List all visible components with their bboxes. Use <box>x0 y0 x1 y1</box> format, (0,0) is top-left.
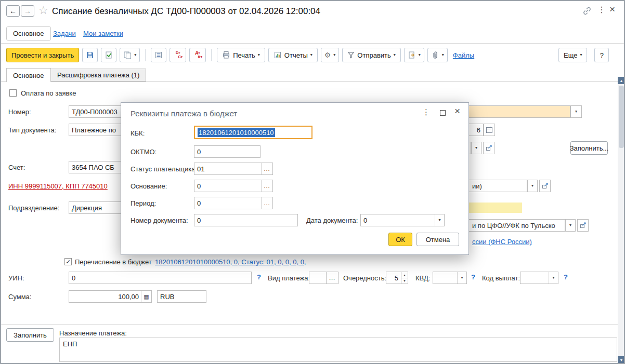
uin-help-icon[interactable]: ? <box>257 273 261 281</box>
app-window: ← → ☆ Списание безналичных ДС ТД00-П0000… <box>0 0 625 364</box>
priority-label: Очередность: <box>343 274 386 282</box>
funnel-icon <box>347 51 355 59</box>
counterparty-dropdown-button[interactable]: ▾ <box>570 105 582 118</box>
register-records-button[interactable] <box>151 48 166 62</box>
inn-kpp-link[interactable]: ИНН 9999115007, КПП 7745010 <box>8 182 108 190</box>
calculator-button[interactable]: ▦ <box>141 291 151 302</box>
copy-button[interactable]: ▾ <box>120 48 140 62</box>
chevron-down-icon: ▾ <box>394 53 396 57</box>
payout-code-label: Код выплат: <box>482 274 520 282</box>
oktmo-field[interactable]: 0 <box>194 145 261 158</box>
files-link[interactable]: Файлы <box>453 51 474 59</box>
scroll-down-button[interactable]: ▼ <box>618 356 625 363</box>
chevron-down-icon: ▾ <box>569 223 571 227</box>
kbk-selected-value: 18201061201010000510 <box>198 128 275 137</box>
kvd-help-icon[interactable]: ? <box>471 273 475 281</box>
budget-details-link[interactable]: 18201061201010000510, 0, Статус: 01, 0, … <box>155 258 306 266</box>
get-link-icon[interactable] <box>582 6 592 16</box>
organization-dropdown-button[interactable]: ▾ <box>527 180 538 192</box>
payout-code-dropdown-button[interactable]: ▾ <box>549 272 558 284</box>
dr-cr-movements-button[interactable]: DrCr <box>170 48 186 62</box>
recipient-dropdown-button[interactable]: ▾ <box>565 219 576 232</box>
calendar-button[interactable] <box>484 124 495 136</box>
payment-kind-field[interactable] <box>309 272 327 284</box>
cancel-button[interactable]: Отмена <box>416 233 459 246</box>
budget-transfer-checkbox[interactable]: ✓ <box>64 258 72 265</box>
kbk-label: КБК: <box>131 129 145 137</box>
kvd-dropdown-button[interactable]: ▾ <box>457 272 466 284</box>
send-document-button[interactable]: ▾ <box>404 48 424 62</box>
recipient-open-button[interactable] <box>577 219 589 232</box>
uin-field[interactable]: 0 <box>69 272 252 284</box>
reports-button[interactable]: Отчеты ▾ <box>268 48 318 62</box>
dialog-menu-icon[interactable]: ⋮ <box>422 107 430 117</box>
doc-date-dropdown-button[interactable]: ▾ <box>435 214 444 226</box>
titlebar-menu-icon[interactable]: ⋮ <box>597 5 606 15</box>
purpose-textarea[interactable]: ЕНП <box>59 338 617 362</box>
amount-field[interactable]: 100,00 ▦ <box>69 290 152 303</box>
dialog-maximize-icon[interactable] <box>440 110 446 116</box>
payout-code-help-icon[interactable]: ? <box>564 273 568 281</box>
send-button[interactable]: Отправить ▾ <box>342 48 400 62</box>
payment-kind-select-button[interactable]: ... <box>326 272 338 284</box>
fill-right-button[interactable]: Заполнить... <box>570 141 608 155</box>
post-document-icon <box>105 51 113 59</box>
save-button[interactable] <box>82 48 98 62</box>
dt-kt-movements-button[interactable]: ДтКт <box>189 48 206 62</box>
kbk-field[interactable]: 18201061201010000510 <box>194 126 312 139</box>
scrollbar-thumb[interactable] <box>619 86 624 148</box>
fill-purpose-button[interactable]: Заполнить <box>6 328 54 342</box>
settings-button[interactable]: ⚙ ▾ <box>321 48 340 62</box>
chevron-down-icon: ▾ <box>461 276 463 280</box>
tab-payment-breakdown[interactable]: Расшифровка платежа (1) <box>50 69 146 82</box>
print-button[interactable]: Печать ▾ <box>217 48 265 62</box>
payment-kind-label: Вид платежа: <box>268 274 310 282</box>
organization-open-button[interactable] <box>539 180 551 192</box>
nav-item-tasks[interactable]: Задачи <box>53 30 76 37</box>
priority-spinner[interactable]: ▴ ▾ <box>401 272 408 284</box>
recipient-field-text: и по ЦФО//УФК по Тульско <box>472 222 555 230</box>
chevron-down-icon: ▾ <box>310 53 312 57</box>
dr-cr-icon: DrCr <box>173 51 183 59</box>
open-item-icon <box>541 182 549 190</box>
favorite-star-icon[interactable]: ☆ <box>38 4 48 17</box>
fns-link[interactable]: ссии (ФНС России) <box>472 238 532 246</box>
payout-code-field[interactable]: ▾ <box>520 272 558 284</box>
budget-payment-dialog: Реквизиты платежа в бюджет ⋮ × КБК: 1820… <box>121 102 469 255</box>
contract-open-button[interactable] <box>483 142 494 154</box>
forward-icon: → <box>24 7 31 15</box>
more-button[interactable]: Еще ▾ <box>558 48 587 62</box>
scroll-up-button[interactable]: ▲ <box>618 77 625 84</box>
window-close-icon[interactable]: × <box>609 4 615 15</box>
forward-button[interactable]: → <box>21 5 34 17</box>
dialog-close-icon[interactable]: × <box>454 105 460 117</box>
payer-status-field[interactable]: 01 ... <box>194 163 273 175</box>
doc-number-field[interactable]: 0 <box>194 214 298 226</box>
currency-field[interactable]: RUB <box>157 290 206 303</box>
basis-field[interactable]: 0 ... <box>194 180 273 192</box>
doc-type-label: Тип документа: <box>8 126 56 134</box>
doc-date-field[interactable]: 0 ▾ <box>360 214 445 226</box>
ok-button[interactable]: ОК <box>388 233 412 246</box>
chevron-down-icon: ▾ <box>552 276 554 280</box>
back-button[interactable]: ← <box>6 5 20 17</box>
basis-select-button[interactable]: ... <box>261 180 272 192</box>
period-field[interactable]: 0 ... <box>194 197 273 209</box>
kvd-field[interactable]: ▾ <box>433 272 467 284</box>
attachments-button[interactable]: ▾ <box>427 48 448 62</box>
priority-field[interactable]: 5 <box>386 272 401 284</box>
open-item-icon <box>579 222 587 229</box>
nav-item-notes[interactable]: Мои заметки <box>83 30 123 37</box>
help-button[interactable]: ? <box>594 48 609 62</box>
nav-item-main[interactable]: Основное <box>6 26 51 41</box>
document-arrow-icon <box>408 51 416 59</box>
post-and-close-button[interactable]: Провести и закрыть <box>6 48 79 62</box>
chevron-down-icon: ▾ <box>134 53 136 57</box>
period-select-button[interactable]: ... <box>261 197 272 209</box>
pay-by-request-checkbox[interactable] <box>9 89 17 97</box>
contract-dropdown-button[interactable]: ▾ <box>471 142 481 154</box>
payer-status-select-button[interactable]: ... <box>261 163 272 174</box>
chevron-down-icon: ▾ <box>531 184 533 188</box>
post-document-button[interactable] <box>101 48 116 62</box>
tab-main[interactable]: Основное <box>6 68 51 82</box>
